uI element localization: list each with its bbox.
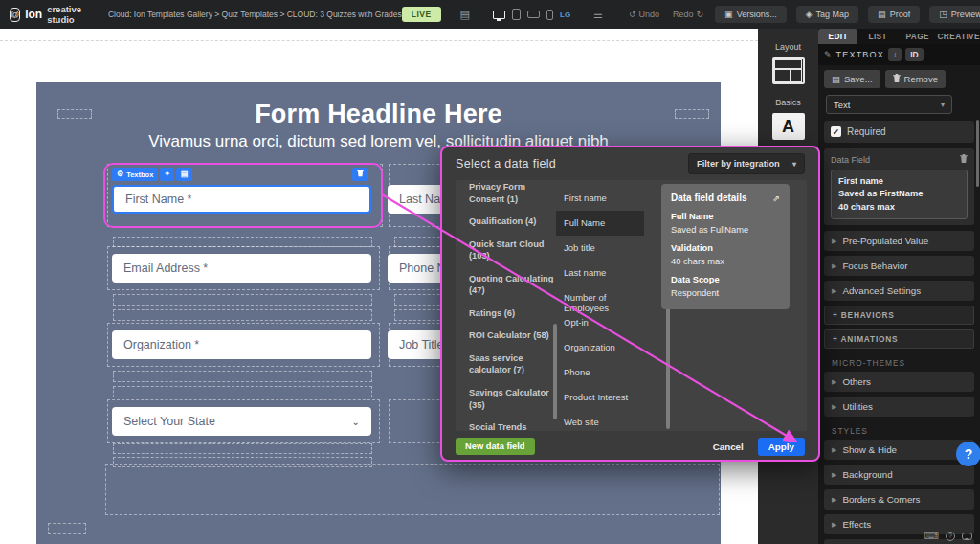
phone-icon[interactable]: [546, 10, 553, 20]
styles-label: STYLES: [824, 421, 974, 440]
category-item[interactable]: Ratings (6): [469, 307, 557, 320]
details-saved-as: Saved as FullName: [671, 224, 780, 238]
field-item[interactable]: Job title: [556, 236, 644, 261]
first-name-field[interactable]: [112, 185, 371, 214]
remove-button[interactable]: Remove: [885, 70, 946, 88]
new-data-field-button[interactable]: New data field: [456, 438, 535, 455]
tablet-landscape-icon[interactable]: [527, 11, 540, 18]
collapsible-section[interactable]: ▶Borders & Corners: [824, 489, 974, 510]
animations-section[interactable]: + ANIMATIONS: [824, 329, 974, 349]
help-icon[interactable]: ?: [946, 532, 955, 541]
behaviors-section[interactable]: + BEHAVIORS: [824, 306, 974, 325]
data-field-summary[interactable]: First nameSaved as FirstName40 chars max: [831, 170, 968, 219]
state-select-value: Select Your State: [123, 415, 215, 428]
element-toolbar: ⚙Textbox ⌖ ▤: [112, 168, 192, 181]
field-item[interactable]: Web site: [556, 410, 644, 431]
delete-chip[interactable]: [352, 168, 368, 181]
sliders-icon[interactable]: ⚌: [590, 9, 607, 21]
field-scrollbar[interactable]: [666, 305, 670, 429]
trash-icon[interactable]: [960, 154, 968, 165]
sidebar-tab[interactable]: EDIT: [818, 29, 858, 44]
type-select-value: Text: [834, 100, 850, 110]
id-button[interactable]: ID: [905, 48, 924, 61]
textbox-type-select[interactable]: Text ▾: [826, 95, 952, 114]
email-field[interactable]: [112, 254, 371, 283]
sidebar-tab[interactable]: CREATIVE: [937, 29, 980, 44]
sidebar-scrollbar[interactable]: [976, 120, 979, 187]
field-item[interactable]: Phone: [556, 360, 644, 385]
required-checkbox[interactable]: ✓: [831, 126, 841, 137]
live-badge: LIVE: [402, 7, 441, 22]
caret-right-icon: ▶: [832, 446, 836, 454]
category-item[interactable]: Social Trends Creative (1): [469, 421, 557, 431]
details-title: Data field details: [671, 193, 746, 203]
collapsible-section[interactable]: ▶Focus Behavior: [824, 256, 974, 276]
sidebar-tab[interactable]: LIST: [858, 29, 897, 44]
collapse-panel-button[interactable]: ↓: [888, 48, 902, 61]
textbox-chip[interactable]: ⚙Textbox: [112, 168, 158, 181]
category-item[interactable]: Privacy Form Consent (1): [469, 181, 557, 205]
category-list: Privacy Form Consent (1)Qualification (4…: [469, 180, 557, 431]
form-headline[interactable]: Form Headline Here: [36, 100, 721, 129]
preview-button[interactable]: ◳Preview: [929, 6, 980, 23]
layout-element-icon[interactable]: [772, 57, 805, 84]
field-item[interactable]: Opt-in: [556, 310, 644, 335]
undo-button[interactable]: ↺Undo: [622, 10, 666, 19]
filter-by-integration-select[interactable]: Filter by integration ▾: [688, 153, 805, 174]
organization-field[interactable]: [112, 330, 371, 359]
collapsible-section[interactable]: ▶Utilities: [824, 397, 974, 417]
field-item[interactable]: First name: [556, 186, 644, 211]
field-item[interactable]: Organization: [556, 335, 644, 360]
collapsible-section[interactable]: ▶Pre-Populated Value: [824, 231, 974, 251]
proof-button[interactable]: ▤Proof: [868, 6, 920, 23]
collapsible-section[interactable]: ▶Background: [824, 465, 974, 485]
caret-right-icon: ▶: [832, 238, 836, 245]
data-field-setting: Data Field First nameSaved as FirstName4…: [824, 148, 974, 225]
field-item[interactable]: Product Interest: [556, 385, 644, 410]
collapsible-section[interactable]: ▶Others: [824, 372, 974, 392]
dashed-placeholder: [48, 523, 86, 534]
category-item[interactable]: Savings Calculator (35): [469, 387, 557, 411]
dashed-placeholder: [675, 109, 709, 119]
pin-chip[interactable]: ⌖: [160, 168, 174, 181]
collapsible-section[interactable]: ▶Advanced Settings: [824, 281, 974, 301]
data-chip[interactable]: ▤: [176, 168, 193, 181]
basics-group-label: Basics: [758, 98, 818, 107]
category-item[interactable]: Quoting Calculating (47): [469, 273, 557, 297]
category-item[interactable]: ROI Calculator (58): [469, 329, 557, 342]
gear-icon: ⚙: [117, 170, 123, 178]
state-select[interactable]: Select Your State ⌄: [112, 407, 371, 436]
chat-icon[interactable]: [962, 533, 972, 540]
category-item[interactable]: Quick Start Cloud (103): [469, 238, 557, 262]
desktop-icon[interactable]: [493, 11, 505, 19]
save-button[interactable]: ▤Save...: [824, 70, 880, 88]
text-element-icon[interactable]: A: [772, 113, 805, 140]
app-logo[interactable]: @ ion creative studio: [0, 4, 95, 25]
tag-map-button[interactable]: ◈Tag Map: [796, 6, 858, 23]
help-fab-button[interactable]: ?: [956, 442, 980, 466]
breadcrumb[interactable]: Cloud: Ion Templates Gallery > Quiz Temp…: [108, 10, 402, 19]
details-validation-label: Validation: [671, 242, 780, 256]
pencil-icon[interactable]: ✎: [824, 50, 832, 59]
caret-right-icon: ▶: [832, 287, 836, 295]
field-item[interactable]: Full Name: [556, 211, 644, 236]
field-item[interactable]: Number of Employees: [556, 285, 644, 310]
field-item[interactable]: Last name: [556, 261, 644, 285]
sidebar-tab[interactable]: PAGE: [898, 29, 937, 44]
apply-button[interactable]: Apply: [758, 438, 805, 456]
chevron-down-icon: ⌄: [352, 417, 360, 427]
category-item[interactable]: Saas service calculator (7): [469, 352, 557, 376]
external-link-icon[interactable]: ⇗: [772, 193, 780, 203]
category-item[interactable]: Qualification (4): [469, 215, 557, 228]
collapsible-section[interactable]: ▶Show & Hide: [824, 440, 974, 460]
cancel-button[interactable]: Cancel: [713, 442, 744, 452]
data-field-line: Saved as FirstName: [838, 188, 960, 200]
device-size-label[interactable]: LG: [560, 11, 570, 19]
panels-icon[interactable]: ▤: [457, 9, 474, 21]
keyboard-icon[interactable]: ⌨: [924, 530, 939, 542]
data-field-line: First name: [838, 175, 960, 188]
tablet-icon[interactable]: [512, 9, 521, 20]
dashed-placeholder: [105, 464, 720, 515]
redo-button[interactable]: Redo↻: [666, 10, 710, 19]
versions-button[interactable]: ▣Versions...: [715, 6, 787, 23]
